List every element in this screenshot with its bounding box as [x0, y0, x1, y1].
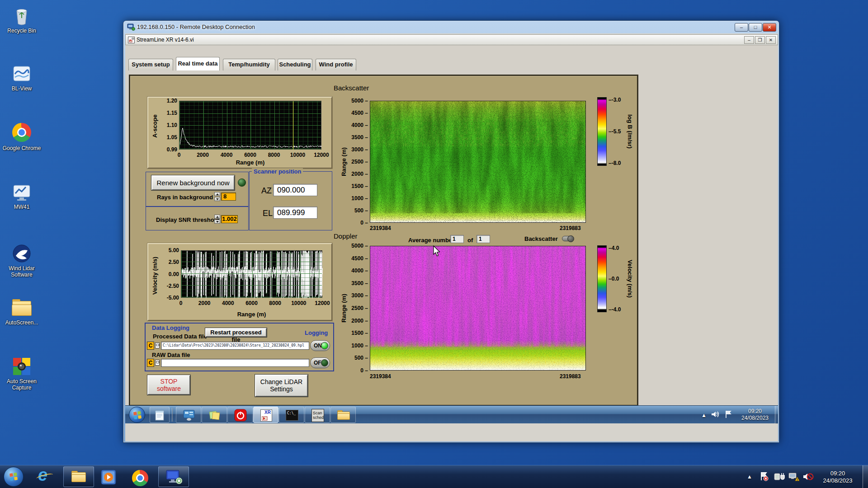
renew-background-button[interactable]: Renew background now — [151, 175, 235, 190]
tick-label: 2.50 — [159, 259, 179, 265]
of-label: of — [467, 237, 473, 244]
tick-label: 2500 — [349, 305, 368, 311]
host-start-button[interactable] — [4, 467, 24, 487]
app-client-area: System setupReal time dataTemp/humidityS… — [125, 45, 778, 423]
desktop-icon-label: AutoScreen... — [1, 319, 42, 326]
stop-software-button[interactable]: STOP software — [147, 375, 190, 395]
app-minimize-button[interactable]: – — [744, 36, 754, 44]
host-tray-expand-arrow[interactable]: ▲ — [746, 474, 753, 480]
velocity-y-ticks: 5.002.500.00-2.50-5.00 — [159, 250, 179, 298]
change-line1: Change LiDAR — [256, 378, 307, 385]
tick-label: 2000 — [349, 171, 368, 177]
processed-path-field[interactable]: C:\Lidar\Data\Proc\2023\202308\20230824\… — [161, 342, 309, 350]
velocity-graph-frame: Velocity (m/s) 5.002.500.00-2.50-5.00 02… — [147, 243, 332, 321]
host-taskbar-ie[interactable]: e — [35, 468, 55, 486]
tick-label: 1000 — [349, 195, 368, 202]
desktop-icon-autoscreen[interactable]: AutoScreen... — [1, 297, 42, 326]
raw-path-field[interactable] — [161, 359, 309, 367]
app-close-button[interactable]: ✕ — [766, 36, 776, 44]
chrome-icon — [11, 123, 32, 144]
desktop-icon-auto-screen-capture[interactable]: Auto Screen Capture — [1, 356, 42, 391]
rays-spinner[interactable] — [214, 192, 220, 201]
remote-taskbar-notepad[interactable] — [150, 407, 170, 423]
az-value-field[interactable]: 090.000 — [273, 184, 317, 196]
remote-taskbar-explorer[interactable] — [330, 407, 356, 423]
host-tray-network-icon[interactable] — [788, 472, 799, 481]
desktop-icon-recycle-bin[interactable]: Recycle Bin — [1, 5, 42, 34]
remote-taskbar-stop-app[interactable] — [227, 407, 253, 423]
host-taskbar-chrome[interactable] — [132, 470, 149, 487]
rdp-titlebar[interactable]: 192.168.0.150 - Remote Desktop Connectio… — [123, 21, 779, 33]
host-taskbar-wmp[interactable] — [100, 469, 118, 485]
desktop-icon-mw41[interactable]: MW41 — [1, 182, 42, 210]
logging-on-toggle[interactable]: ON — [310, 340, 330, 351]
tab-scheduling[interactable]: Scheduling — [278, 59, 312, 70]
velocity-grid — [181, 251, 322, 297]
rdp-minimize-button[interactable]: – — [735, 23, 748, 32]
processed-drive-button[interactable]: C — [147, 342, 154, 350]
tick-label: -5.5 — [609, 128, 627, 135]
stop-line1: STOP — [148, 378, 189, 385]
remote-tray-clock[interactable]: 09:20 24/08/2023 — [736, 408, 774, 422]
host-tray-battery-icon[interactable] — [774, 472, 785, 481]
host-taskbar-explorer[interactable] — [63, 466, 94, 487]
logging-off-toggle[interactable]: OFF — [310, 357, 330, 368]
raw-browse-icon[interactable] — [155, 360, 160, 366]
tick-label: 500 — [349, 207, 368, 214]
snr-box: Display SNR threshold 1.002 — [146, 206, 249, 230]
processed-browse-icon[interactable] — [155, 343, 160, 348]
restart-processed-file-button[interactable]: Restart processed file — [205, 328, 267, 337]
remote-taskbar-system-app[interactable] — [176, 407, 201, 423]
tick-label: -8.0 — [609, 160, 627, 166]
tab-real-time-data[interactable]: Real time data — [176, 57, 220, 70]
tick-label: 1.20 — [158, 98, 177, 104]
ascope-cursor-line[interactable] — [293, 101, 293, 150]
host-tray-clock[interactable]: 09:20 24/08/2023 — [816, 470, 859, 484]
app-restore-button[interactable]: ❐ — [755, 36, 765, 44]
host-clock-time: 09:20 — [816, 470, 859, 477]
change-line2: Settings — [256, 385, 307, 393]
rays-value-field[interactable]: 8 — [221, 192, 236, 201]
remote-tray-speaker-icon[interactable] — [711, 411, 719, 418]
host-tray-volume-muted-icon[interactable] — [803, 472, 814, 482]
tab-label: Scheduling — [279, 61, 311, 68]
desktop-icon-google-chrome[interactable]: Google Chrome — [1, 122, 42, 151]
host-taskbar-rdp[interactable] — [158, 466, 189, 487]
raw-drive-button[interactable]: C — [147, 359, 154, 367]
host-tray-action-center-icon[interactable] — [760, 472, 769, 482]
desktop-icon-label: Auto Screen Capture — [1, 378, 42, 391]
wind-lidar-icon — [11, 243, 32, 264]
autoscreen-folder-icon — [11, 297, 32, 318]
snr-value-field[interactable]: 1.002 — [221, 215, 238, 223]
remote-tray-expand-arrow[interactable]: ▲ — [700, 412, 708, 419]
host-chrome-icon — [132, 470, 148, 486]
el-label: EL — [263, 209, 273, 218]
tab-system-setup[interactable]: System setup — [128, 59, 173, 70]
el-value-field[interactable]: 089.999 — [273, 206, 317, 219]
scanner-position-title: Scanner position — [252, 168, 303, 175]
remote-tray-flag-icon[interactable] — [725, 410, 732, 418]
remote-taskbar-streamline-xr[interactable]: XR — [253, 407, 278, 423]
host-show-desktop[interactable] — [863, 465, 868, 488]
change-lidar-settings-button[interactable]: Change LiDAR Settings — [255, 375, 308, 397]
app-vi-icon — [128, 37, 135, 43]
snr-spinner[interactable] — [214, 215, 220, 224]
tick-label: 6000 — [245, 300, 258, 306]
desktop-icon-wind-lidar[interactable]: Wind Lidar Software — [1, 243, 42, 278]
app-titlebar[interactable]: StreamLine XR v14-6.vi – ❐ ✕ — [125, 34, 778, 45]
tab-temp-humidity[interactable]: Temp/humidity — [223, 59, 275, 70]
desktop-icon-bl-view[interactable]: BL-View — [1, 63, 42, 92]
rdp-maximize-button[interactable]: □ — [749, 23, 762, 32]
remote-taskbar-sticky-notes[interactable] — [202, 407, 227, 423]
remote-taskbar-scan-sched[interactable]: Scan sched — [305, 407, 330, 423]
remote-taskbar-cmd[interactable]: C:\_ — [279, 407, 304, 423]
backscatter-toggle[interactable] — [562, 236, 574, 241]
average-number-field[interactable]: 1 — [450, 235, 464, 243]
tick-label: 0 — [178, 152, 181, 158]
rdp-close-button[interactable]: ✕ — [763, 23, 776, 32]
tab-wind-profile[interactable]: Wind profile — [316, 59, 356, 70]
remote-show-desktop[interactable] — [775, 406, 778, 424]
average-total-field[interactable]: 1 — [476, 235, 490, 243]
remote-start-button[interactable] — [129, 407, 145, 423]
tick-label: 8000 — [268, 152, 280, 158]
